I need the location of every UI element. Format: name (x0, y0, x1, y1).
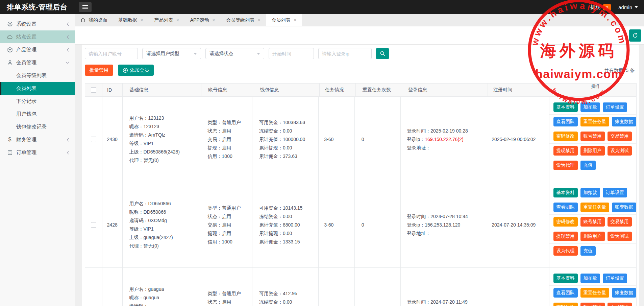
col-header-login-info: 登录信息 (402, 84, 488, 96)
btn-withdraw-disable[interactable]: 提现禁用 (553, 232, 578, 241)
btn-withdraw-disable[interactable]: 提现禁用 (553, 146, 578, 156)
btn-trade-disable[interactable]: 交易禁用 (608, 303, 632, 306)
sidebar: 系统设置 站点设置 产品管理 会员管理 会员等级列表 会员列表 下分记录 用户钱… (0, 14, 75, 306)
chevron-left-icon (66, 22, 70, 26)
btn-recharge[interactable]: 充值 (580, 246, 596, 256)
sidebar-item-wallet-edit-records[interactable]: 钱包修改记录 (0, 120, 75, 133)
tab-label: APP滚动 (190, 17, 209, 23)
btn-account-disable[interactable]: 账号禁用 (580, 132, 605, 141)
cell-wallet-info: 可用资金：412.95冻结资金：0.00 (252, 268, 319, 306)
cell-operations: 基本资料 加扣款 订单设置 查看团队 重置任务量 账变数据 密码修改 账号禁用 … (549, 97, 637, 182)
btn-reset-tasks[interactable]: 重置任务量 (580, 117, 610, 126)
table-row: 2430 用户名：123123昵称：123123 邀请码：AmTQlz等级：VI… (85, 96, 636, 182)
tab-app-scroll[interactable]: APP滚动 × (185, 14, 221, 26)
btn-recharge[interactable]: 充值 (580, 161, 596, 170)
cell-id (102, 268, 123, 306)
cell-reset-count: 0 (355, 182, 401, 267)
sidebar-item-label: 财务管理 (16, 137, 36, 143)
close-icon[interactable]: × (176, 18, 179, 23)
status-select-value: 请选择状态 (209, 51, 233, 57)
cell-account-info: 类型：普通用户状态：启用 (201, 268, 252, 306)
sidebar-item-order-management[interactable]: 订单管理 (0, 146, 75, 159)
chevron-down-icon (635, 6, 638, 10)
close-icon[interactable]: × (257, 18, 261, 23)
btn-view-team[interactable]: 查看团队 (553, 203, 578, 212)
sidebar-item-label: 站点设置 (16, 34, 36, 40)
cell-reg-time: 2024-07-20 14:35:09 (486, 182, 549, 267)
chevron-left-icon (66, 35, 70, 39)
close-icon[interactable]: × (140, 18, 143, 23)
btn-basic-info[interactable]: 基本资料 (553, 102, 578, 112)
sidebar-item-member-management[interactable]: 会员管理 (0, 56, 75, 69)
chevron-down-icon (257, 53, 260, 56)
btn-view-team[interactable]: 查看团队 (553, 288, 578, 298)
btn-order-settings[interactable]: 订单设置 (603, 188, 627, 197)
sidebar-item-member-level-list[interactable]: 会员等级列表 (0, 69, 75, 82)
btn-reset-tasks[interactable]: 重置任务量 (580, 203, 610, 212)
tab-bar: 我的桌面 基础数据 × 产品列表 × APP滚动 × 会员等级列表 × 会员列表… (75, 14, 644, 26)
btn-order-settings[interactable]: 订单设置 (603, 102, 627, 112)
btn-account-changes[interactable]: 账变数据 (612, 288, 636, 298)
add-member-button[interactable]: 添加会员 (118, 65, 154, 76)
tab-product-list[interactable]: 产品列表 × (149, 14, 184, 26)
btn-account-disable[interactable]: 账号禁用 (580, 217, 605, 227)
sidebar-item-system-settings[interactable]: 系统设置 (0, 18, 75, 30)
btn-trade-disable[interactable]: 交易禁用 (608, 217, 632, 227)
btn-delete-user[interactable]: 删除用户 (580, 232, 605, 241)
tab-member-list[interactable]: 会员列表 × (266, 14, 302, 26)
cell-operations: 基本资料 加扣款 订单设置 查看团队 重置任务量 账变数据 密码修改 账号禁用 … (549, 182, 637, 267)
select-all-checkbox[interactable] (91, 87, 96, 93)
btn-basic-info[interactable]: 基本资料 (553, 274, 578, 283)
tab-member-level-list[interactable]: 会员等级列表 × (221, 14, 266, 26)
btn-account-changes[interactable]: 账变数据 (612, 203, 636, 212)
tab-my-desktop[interactable]: 我的桌面 (75, 14, 113, 26)
close-icon[interactable]: × (293, 18, 296, 23)
row-checkbox[interactable] (91, 222, 96, 228)
btn-set-test[interactable]: 设为测试 (608, 146, 632, 156)
sidebar-item-product-management[interactable]: 产品管理 (0, 43, 75, 56)
btn-set-test[interactable]: 设为测试 (608, 232, 632, 241)
app-title: 排单系统-管理后台 (7, 0, 68, 14)
btn-view-team[interactable]: 查看团队 (553, 117, 578, 126)
sidebar-item-finance-management[interactable]: $ 财务管理 (0, 133, 75, 146)
total-count-text: 共有数据: 5 条 (604, 68, 635, 74)
cell-base-info: 用户名：DD650866昵称：DD650866 邀请码：0XOMdg等级：VIP… (123, 182, 201, 267)
user-menu[interactable]: admin (618, 4, 638, 10)
btn-password-edit[interactable]: 密码修改 (553, 217, 578, 227)
btn-account-disable[interactable]: 账号禁用 (580, 303, 605, 306)
btn-add-deduct[interactable]: 加扣款 (580, 274, 600, 283)
btn-password-edit[interactable]: 密码修改 (553, 132, 578, 141)
cell-base-info: 用户名：guagua昵称：guagua 邀请码： (123, 268, 201, 306)
btn-account-changes[interactable]: 账变数据 (612, 117, 636, 126)
add-member-label: 添加会员 (130, 67, 149, 73)
btn-trade-disable[interactable]: 交易禁用 (608, 132, 632, 141)
btn-order-settings[interactable]: 订单设置 (603, 274, 627, 283)
start-time-input[interactable] (269, 48, 314, 59)
member-icon (7, 60, 13, 66)
login-ip-input[interactable] (318, 48, 372, 59)
batch-disable-button[interactable]: 批量禁用 (85, 65, 113, 76)
refresh-button[interactable] (629, 29, 641, 42)
btn-add-deduct[interactable]: 加扣款 (580, 188, 600, 197)
withdraw-menu[interactable]: 提现 0 (590, 4, 611, 10)
user-type-select[interactable]: 请选择用户类型 (142, 48, 201, 59)
col-header-reset-count: 重置任务次数 (356, 84, 402, 96)
btn-delete-user[interactable]: 删除用户 (580, 146, 605, 156)
sidebar-item-member-list[interactable]: 会员列表 (0, 82, 75, 95)
sidebar-item-site-settings[interactable]: 站点设置 (0, 30, 75, 43)
sidebar-item-score-records[interactable]: 下分记录 (0, 95, 75, 108)
btn-reset-tasks[interactable]: 重置任务量 (580, 288, 610, 298)
row-checkbox[interactable] (91, 137, 96, 142)
btn-set-agent[interactable]: 设为代理 (553, 161, 578, 170)
btn-add-deduct[interactable]: 加扣款 (580, 102, 600, 112)
account-search-input[interactable] (85, 48, 138, 59)
tab-basic-data[interactable]: 基础数据 × (113, 14, 149, 26)
search-button[interactable] (376, 48, 389, 59)
status-select[interactable]: 请选择状态 (205, 48, 264, 59)
btn-basic-info[interactable]: 基本资料 (553, 188, 578, 197)
hamburger-menu-button[interactable] (79, 2, 92, 12)
close-icon[interactable]: × (212, 18, 215, 23)
sidebar-item-user-wallet[interactable]: 用户钱包 (0, 108, 75, 120)
btn-password-edit[interactable]: 密码修改 (553, 303, 578, 306)
btn-set-agent[interactable]: 设为代理 (553, 246, 578, 256)
